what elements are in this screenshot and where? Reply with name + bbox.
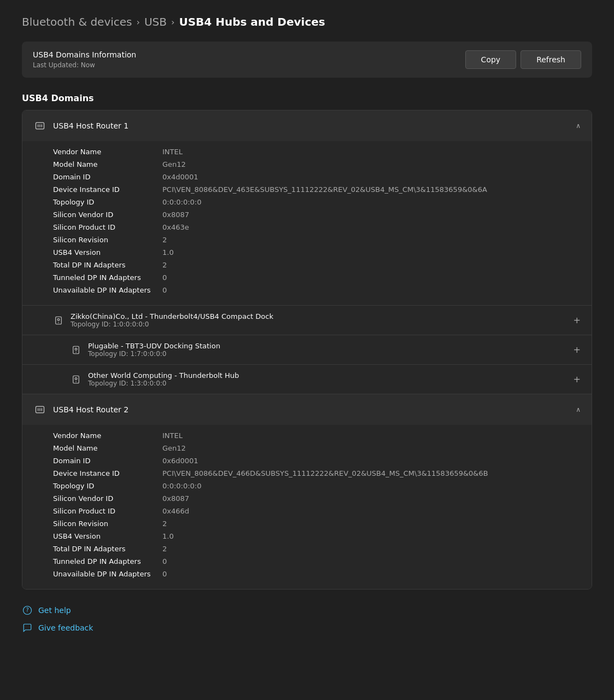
detail-unavailable-dp-1: Unavailable DP IN Adapters 0 bbox=[22, 284, 592, 296]
svg-point-5 bbox=[57, 318, 60, 320]
detail-silicon-vendor-id-1: Silicon Vendor ID 0x8087 bbox=[22, 208, 592, 221]
device-owc[interactable]: Other World Computing - Thunderbolt Hub … bbox=[22, 364, 592, 394]
breadcrumb-separator-1: › bbox=[137, 17, 140, 27]
router-1-chevron: ∧ bbox=[576, 122, 581, 130]
domains-container: USB4 Host Router 1 ∧ Vendor Name INTEL M… bbox=[22, 110, 592, 590]
router-2-icon bbox=[33, 403, 46, 416]
device-zikko-info: Zikko(China)Co., Ltd - Thunderbolt4/USB4… bbox=[71, 312, 574, 328]
info-bar-title: USB4 Domains Information bbox=[33, 50, 136, 59]
detail-usb4-version-1: USB4 Version 1.0 bbox=[22, 246, 592, 259]
get-help-label: Get help bbox=[38, 606, 71, 615]
detail-topology-id-2: Topology ID 0:0:0:0:0:0 bbox=[22, 480, 592, 492]
router-2-header[interactable]: USB4 Host Router 2 ∧ bbox=[22, 394, 592, 425]
breadcrumb: Bluetooth & devices › USB › USB4 Hubs an… bbox=[22, 15, 592, 28]
breadcrumb-bluetooth[interactable]: Bluetooth & devices bbox=[22, 15, 132, 28]
detail-device-instance-id-1: Device Instance ID PCI\VEN_8086&DEV_463E… bbox=[22, 183, 592, 196]
detail-silicon-revision-2: Silicon Revision 2 bbox=[22, 517, 592, 530]
device-owc-expand[interactable]: + bbox=[574, 374, 581, 384]
detail-topology-id-1: Topology ID 0:0:0:0:0:0 bbox=[22, 196, 592, 208]
detail-silicon-revision-1: Silicon Revision 2 bbox=[22, 234, 592, 246]
detail-usb4-version-2: USB4 Version 1.0 bbox=[22, 530, 592, 542]
router-2-section: USB4 Host Router 2 ∧ Vendor Name INTEL M… bbox=[22, 394, 592, 589]
device-zikko-icon bbox=[53, 315, 64, 326]
device-plugable[interactable]: Plugable - TBT3-UDV Docking Station Topo… bbox=[22, 335, 592, 364]
detail-model-name-2: Model Name Gen12 bbox=[22, 442, 592, 454]
router-1-title: USB4 Host Router 1 bbox=[53, 121, 576, 130]
router-1-section: USB4 Host Router 1 ∧ Vendor Name INTEL M… bbox=[22, 110, 592, 394]
info-bar-text: USB4 Domains Information Last Updated: N… bbox=[33, 50, 136, 69]
device-owc-icon bbox=[71, 374, 81, 385]
give-feedback-link[interactable]: Give feedback bbox=[22, 622, 592, 633]
svg-point-8 bbox=[75, 348, 77, 350]
detail-vendor-name-2: Vendor Name INTEL bbox=[22, 429, 592, 442]
device-plugable-expand[interactable]: + bbox=[574, 345, 581, 355]
svg-text:?: ? bbox=[26, 607, 28, 613]
svg-point-11 bbox=[75, 377, 77, 380]
device-owc-info: Other World Computing - Thunderbolt Hub … bbox=[88, 371, 574, 387]
get-help-link[interactable]: ? Get help bbox=[22, 605, 592, 616]
device-zikko-expand[interactable]: + bbox=[574, 315, 581, 325]
give-feedback-icon bbox=[22, 622, 33, 633]
detail-vendor-name-1: Vendor Name INTEL bbox=[22, 145, 592, 158]
detail-domain-id-2: Domain ID 0x6d0001 bbox=[22, 454, 592, 467]
device-zikko[interactable]: Zikko(China)Co., Ltd - Thunderbolt4/USB4… bbox=[22, 305, 592, 335]
detail-tunneled-dp-2: Tunneled DP IN Adapters 0 bbox=[22, 555, 592, 568]
router-1-details: Vendor Name INTEL Model Name Gen12 Domai… bbox=[22, 141, 592, 305]
detail-silicon-vendor-id-2: Silicon Vendor ID 0x8087 bbox=[22, 492, 592, 505]
router-1-icon bbox=[33, 119, 46, 132]
breadcrumb-separator-2: › bbox=[171, 17, 174, 27]
detail-model-name-1: Model Name Gen12 bbox=[22, 158, 592, 171]
footer: ? Get help Give feedback bbox=[22, 605, 592, 633]
refresh-button[interactable]: Refresh bbox=[521, 50, 581, 69]
info-bar: USB4 Domains Information Last Updated: N… bbox=[22, 42, 592, 78]
get-help-icon: ? bbox=[22, 605, 33, 616]
detail-device-instance-id-2: Device Instance ID PCI\VEN_8086&DEV_466D… bbox=[22, 467, 592, 480]
router-2-title: USB4 Host Router 2 bbox=[53, 405, 576, 414]
detail-unavailable-dp-2: Unavailable DP IN Adapters 0 bbox=[22, 568, 592, 580]
detail-total-dp-1: Total DP IN Adapters 2 bbox=[22, 259, 592, 271]
detail-tunneled-dp-1: Tunneled DP IN Adapters 0 bbox=[22, 271, 592, 284]
give-feedback-label: Give feedback bbox=[38, 623, 93, 632]
section-title: USB4 Domains bbox=[22, 93, 592, 103]
device-plugable-info: Plugable - TBT3-UDV Docking Station Topo… bbox=[88, 342, 574, 358]
detail-silicon-product-id-2: Silicon Product ID 0x466d bbox=[22, 505, 592, 517]
copy-button[interactable]: Copy bbox=[465, 50, 517, 69]
breadcrumb-usb[interactable]: USB bbox=[144, 15, 167, 28]
detail-domain-id-1: Domain ID 0x4d0001 bbox=[22, 171, 592, 183]
info-bar-buttons: Copy Refresh bbox=[465, 50, 581, 69]
router-2-details: Vendor Name INTEL Model Name Gen12 Domai… bbox=[22, 425, 592, 589]
breadcrumb-current: USB4 Hubs and Devices bbox=[179, 15, 325, 28]
detail-silicon-product-id-1: Silicon Product ID 0x463e bbox=[22, 221, 592, 234]
device-plugable-icon bbox=[71, 345, 81, 355]
detail-total-dp-2: Total DP IN Adapters 2 bbox=[22, 542, 592, 555]
router-2-chevron: ∧ bbox=[576, 406, 581, 413]
router-1-header[interactable]: USB4 Host Router 1 ∧ bbox=[22, 110, 592, 141]
info-bar-last-updated: Last Updated: Now bbox=[33, 61, 136, 69]
